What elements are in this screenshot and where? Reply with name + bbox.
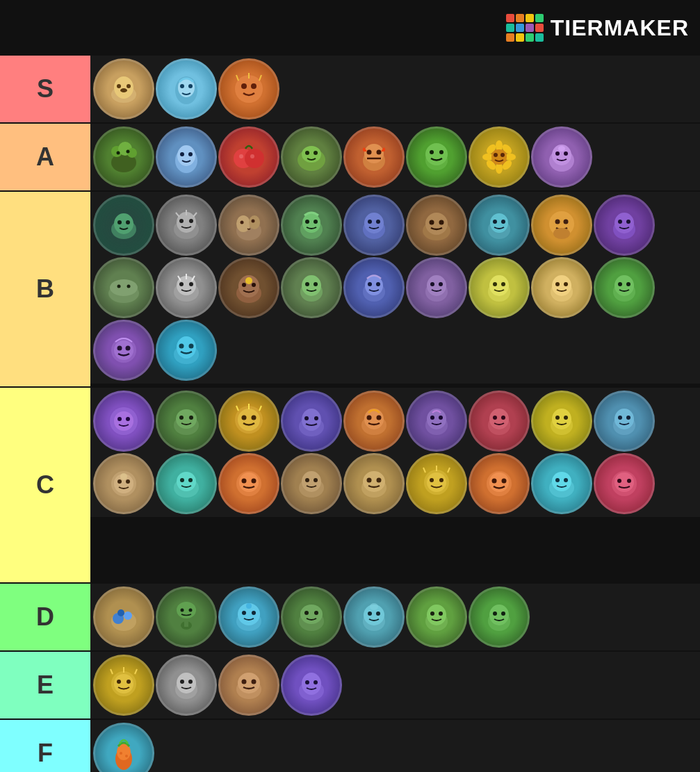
svg-point-47 bbox=[491, 149, 507, 165]
plant-c16[interactable] bbox=[469, 453, 530, 514]
plant-b16[interactable] bbox=[469, 257, 530, 318]
plant-b3[interactable] bbox=[218, 195, 279, 256]
plant-b18[interactable] bbox=[594, 257, 655, 318]
plant-cherry-bomb[interactable] bbox=[218, 126, 279, 188]
plant-b17[interactable] bbox=[531, 257, 592, 318]
plant-sunshroom[interactable] bbox=[93, 58, 154, 120]
plant-d2[interactable] bbox=[156, 586, 217, 648]
plant-e1[interactable] bbox=[93, 655, 154, 716]
svg-point-207 bbox=[614, 473, 634, 492]
plant-e4[interactable] bbox=[281, 655, 342, 716]
plant-c10[interactable] bbox=[93, 453, 154, 514]
plant-snowpea[interactable] bbox=[156, 58, 217, 120]
plant-c2[interactable] bbox=[156, 391, 217, 452]
tier-label-s: S bbox=[0, 56, 90, 122]
plant-b13[interactable] bbox=[281, 257, 342, 318]
svg-point-120 bbox=[501, 282, 505, 286]
plant-c17[interactable] bbox=[531, 453, 592, 514]
tier-items-a bbox=[90, 124, 700, 190]
svg-point-77 bbox=[425, 213, 448, 235]
plant-c5[interactable] bbox=[343, 391, 405, 452]
plant-b12[interactable] bbox=[218, 257, 279, 318]
plant-b11[interactable] bbox=[156, 257, 217, 318]
plant-e3[interactable] bbox=[218, 655, 279, 716]
svg-point-204 bbox=[555, 478, 560, 482]
plant-c3[interactable] bbox=[218, 391, 279, 452]
svg-point-152 bbox=[314, 416, 318, 420]
plant-c12[interactable] bbox=[218, 453, 279, 514]
plant-d6[interactable] bbox=[406, 586, 467, 648]
svg-point-156 bbox=[377, 416, 382, 420]
plant-b14[interactable] bbox=[343, 257, 405, 318]
plant-c11[interactable] bbox=[156, 453, 217, 514]
plant-e2[interactable] bbox=[156, 655, 217, 716]
plant-b7[interactable] bbox=[469, 195, 530, 256]
svg-point-246 bbox=[177, 673, 196, 693]
plant-d3[interactable] bbox=[218, 586, 279, 648]
svg-point-17 bbox=[127, 150, 130, 154]
plant-b15[interactable] bbox=[406, 257, 467, 318]
svg-point-208 bbox=[617, 479, 621, 483]
svg-point-230 bbox=[368, 611, 372, 616]
svg-point-172 bbox=[626, 416, 630, 420]
svg-point-188 bbox=[305, 478, 309, 482]
plant-c13[interactable] bbox=[281, 453, 342, 514]
svg-point-87 bbox=[553, 228, 570, 239]
svg-point-222 bbox=[252, 611, 256, 615]
plant-garlic[interactable] bbox=[531, 126, 592, 188]
plant-b19[interactable] bbox=[93, 320, 154, 381]
svg-point-239 bbox=[493, 611, 497, 616]
svg-point-260 bbox=[125, 755, 128, 757]
plant-c6[interactable] bbox=[406, 391, 467, 452]
plant-d4[interactable] bbox=[281, 586, 342, 648]
plant-c8[interactable] bbox=[531, 391, 592, 452]
plant-a1[interactable] bbox=[93, 126, 154, 188]
plant-b9[interactable] bbox=[594, 195, 655, 256]
plant-d7[interactable] bbox=[469, 586, 530, 648]
svg-point-227 bbox=[314, 611, 318, 615]
tier-list: S A bbox=[0, 56, 700, 772]
plant-sunflower[interactable] bbox=[469, 126, 530, 188]
svg-point-234 bbox=[427, 605, 446, 625]
plant-b5[interactable] bbox=[343, 195, 405, 256]
plant-b6[interactable] bbox=[406, 195, 467, 256]
plant-c15[interactable] bbox=[406, 453, 467, 514]
svg-point-70 bbox=[305, 220, 309, 224]
tier-items-d bbox=[90, 584, 700, 650]
svg-point-177 bbox=[120, 473, 127, 480]
plant-c1[interactable] bbox=[93, 391, 154, 452]
plant-c14[interactable] bbox=[343, 453, 405, 514]
svg-point-36 bbox=[430, 150, 434, 154]
svg-point-4 bbox=[120, 88, 127, 92]
plant-a2[interactable] bbox=[156, 126, 217, 188]
plant-b2[interactable] bbox=[156, 195, 217, 256]
plant-snapdragon[interactable] bbox=[343, 126, 405, 188]
plant-c18[interactable] bbox=[594, 453, 655, 514]
svg-point-243 bbox=[117, 680, 121, 684]
plant-squash[interactable] bbox=[281, 126, 342, 188]
svg-point-138 bbox=[114, 411, 133, 431]
plant-d5[interactable] bbox=[343, 586, 405, 648]
plant-b20[interactable] bbox=[156, 320, 217, 381]
plant-b10[interactable] bbox=[93, 257, 154, 318]
svg-point-20 bbox=[180, 152, 184, 156]
svg-point-256 bbox=[314, 680, 318, 684]
svg-point-49 bbox=[500, 153, 505, 157]
plant-b4[interactable] bbox=[281, 195, 342, 256]
svg-point-90 bbox=[618, 220, 622, 224]
plant-b8[interactable] bbox=[531, 195, 592, 256]
plant-sunbean[interactable] bbox=[218, 58, 279, 120]
plant-d1[interactable] bbox=[93, 586, 154, 648]
svg-point-259 bbox=[120, 752, 122, 755]
svg-point-32 bbox=[367, 150, 372, 155]
plant-c7[interactable] bbox=[469, 391, 530, 452]
svg-point-3 bbox=[127, 84, 131, 88]
svg-point-148 bbox=[252, 416, 257, 420]
plant-carrot[interactable] bbox=[93, 723, 154, 772]
plant-peashooter[interactable] bbox=[406, 126, 467, 188]
plant-c4[interactable] bbox=[281, 391, 342, 452]
plant-c9[interactable] bbox=[594, 391, 655, 452]
plant-b1[interactable] bbox=[93, 195, 154, 256]
svg-point-226 bbox=[304, 611, 309, 615]
svg-point-163 bbox=[493, 416, 497, 420]
